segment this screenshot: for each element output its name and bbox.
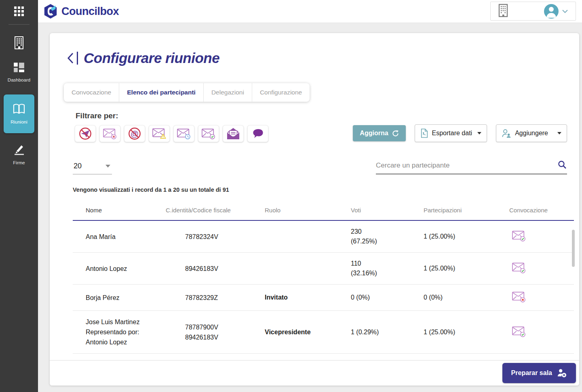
- envelope-failed-icon[interactable]: [512, 291, 526, 303]
- participant-shares: 1 (25.00%): [424, 233, 509, 240]
- refresh-button-label: Aggiorna: [360, 130, 388, 137]
- envelope-failed-icon: [103, 128, 117, 140]
- filter-send-blocked-button[interactable]: [75, 125, 96, 142]
- participant-votes: 230 (67.25%): [351, 227, 424, 246]
- participant-name: Ana María: [73, 232, 166, 242]
- export-data-button[interactable]: Esportare dati: [415, 124, 487, 142]
- filter-envelope-delivered-button[interactable]: [198, 125, 219, 142]
- table-scrollbar[interactable]: [572, 230, 575, 267]
- col-header-convocazione: Convocazione: [509, 207, 574, 214]
- toolbar-actions: Aggiorna Esportare dati: [353, 124, 567, 142]
- prepare-room-button[interactable]: Preparar sala: [502, 363, 576, 383]
- filter-icon-row: @: [75, 125, 268, 142]
- participant-name: Borja Pérez: [73, 293, 166, 303]
- prepare-room-label: Preparar sala: [511, 369, 552, 377]
- envelope-delivered-icon[interactable]: [512, 230, 526, 242]
- table-row[interactable]: Antonio Lopez 89426183V 110 (32.16%) 1 (…: [73, 253, 574, 285]
- envelope-warning-icon: [152, 128, 167, 140]
- envelope-delivered-icon[interactable]: [512, 262, 526, 274]
- user-avatar-icon: [544, 4, 559, 19]
- header-account-box: [490, 2, 576, 21]
- page-title: Configurare riunione: [84, 50, 219, 66]
- sidebar-item-label: Firme: [13, 160, 25, 165]
- caret-down-icon: [105, 165, 110, 168]
- refresh-button[interactable]: Aggiorna: [353, 125, 405, 141]
- user-menu[interactable]: [544, 4, 568, 19]
- col-header-voti: Voti: [351, 207, 424, 214]
- participant-convocation: [509, 262, 574, 275]
- filter-label: Filtrare per:: [76, 111, 268, 120]
- apps-grid-icon[interactable]: [13, 6, 25, 19]
- pencil-icon: [13, 144, 25, 157]
- col-header-nome: Nome: [73, 207, 166, 214]
- search-input[interactable]: [376, 161, 557, 170]
- export-data-label: Esportare dati: [432, 130, 472, 137]
- tab-bar: Convocazione Elenco dei partecipanti Del…: [64, 83, 310, 102]
- sidebar-item-label: Riunioni: [11, 119, 27, 124]
- filter-address-blocked-button[interactable]: @: [124, 125, 145, 142]
- add-participant-button[interactable]: Aggiungere: [496, 124, 567, 142]
- sidebar-divider: [8, 24, 30, 25]
- filter-conversation-button[interactable]: [247, 125, 268, 142]
- table-row[interactable]: Jose Luis Martinez Representado por: Ant…: [73, 311, 574, 354]
- page-size-select[interactable]: 20: [73, 162, 112, 174]
- sidebar-item-riunioni[interactable]: Riunioni: [4, 94, 34, 133]
- participant-shares: 0 (0%): [424, 294, 509, 301]
- card-footer: Preparar sala: [50, 360, 579, 386]
- participant-shares: 1 (25.00%): [424, 329, 509, 336]
- tab-delegazioni[interactable]: Delegazioni: [203, 83, 252, 102]
- table-row[interactable]: Ana María 78782324V 230 (67.25%) 1 (25.0…: [73, 221, 574, 253]
- records-info: Vengono visualizzati i record da 1 a 20 …: [73, 187, 579, 193]
- envelope-delivered-icon[interactable]: [512, 325, 526, 337]
- add-participant-label: Aggiungere: [515, 130, 548, 137]
- participants-table: Nome C.identità/Codice fiscale Ruolo Vot…: [73, 201, 574, 379]
- organization-building-icon[interactable]: [498, 3, 508, 19]
- address-blocked-icon: @: [128, 127, 141, 140]
- filter-envelope-warning-button[interactable]: [149, 125, 170, 142]
- tab-convocazione[interactable]: Convocazione: [64, 83, 119, 102]
- pdf-file-icon: [420, 128, 428, 138]
- main-area: Configurare riunione Convocazione Elenco…: [38, 23, 582, 392]
- sidebar-item-label: Dashboard: [8, 78, 30, 82]
- participant-convocation: [509, 230, 574, 243]
- envelope-opened-icon: [226, 127, 240, 140]
- participant-cid: 89426183V: [166, 264, 265, 274]
- refresh-icon: [392, 130, 399, 137]
- col-header-cid: C.identità/Codice fiscale: [166, 207, 265, 214]
- participant-role: Invitato: [265, 294, 351, 301]
- title-row: Configurare riunione: [50, 33, 579, 66]
- person-add-icon: [557, 368, 567, 378]
- caret-down-icon: [557, 132, 561, 134]
- participant-cid: 78787900V 89426183V: [166, 322, 265, 342]
- sidebar: Dashboard Riunioni Firme: [0, 0, 38, 392]
- back-button[interactable]: [67, 52, 78, 65]
- sidebar-item-dashboard[interactable]: Dashboard: [8, 62, 30, 82]
- filter-envelope-opened-button[interactable]: [223, 125, 244, 142]
- book-icon: [12, 103, 26, 116]
- chevron-down-icon: [562, 8, 568, 15]
- search-icon[interactable]: [557, 160, 567, 171]
- participant-convocation: [509, 291, 574, 304]
- list-controls: 20: [50, 160, 579, 174]
- envelope-delivered-icon: [201, 128, 216, 140]
- participant-votes: 0 (0%): [351, 293, 424, 302]
- participant-cid: 78782324V: [166, 232, 265, 242]
- tab-elenco-dei-partecipanti[interactable]: Elenco dei partecipanti: [119, 83, 203, 102]
- table-header-row: Nome C.identità/Codice fiscale Ruolo Vot…: [73, 201, 574, 221]
- col-header-ruolo: Ruolo: [265, 207, 351, 214]
- table-row[interactable]: Borja Pérez 78782329Z Invitato 0 (0%) 0 …: [73, 285, 574, 311]
- filter-envelope-failed-button[interactable]: [99, 125, 120, 142]
- company-building-icon[interactable]: [13, 36, 25, 51]
- filter-envelope-pending-button[interactable]: [173, 125, 194, 142]
- participant-name: Antonio Lopez: [73, 264, 166, 274]
- caret-down-icon: [477, 132, 481, 134]
- meeting-config-card: Configurare riunione Convocazione Elenco…: [50, 33, 579, 386]
- dashboard-icon: [13, 62, 25, 75]
- sidebar-item-firme[interactable]: Firme: [13, 144, 25, 165]
- councilbox-logo[interactable]: Councilbox: [43, 3, 119, 19]
- participant-cid: 78782329Z: [166, 293, 265, 303]
- person-add-icon: [502, 128, 511, 138]
- top-header: Councilbox: [38, 0, 582, 23]
- tab-configurazione[interactable]: Configurazione: [252, 83, 310, 102]
- participant-role: Vicepresidente: [265, 329, 351, 336]
